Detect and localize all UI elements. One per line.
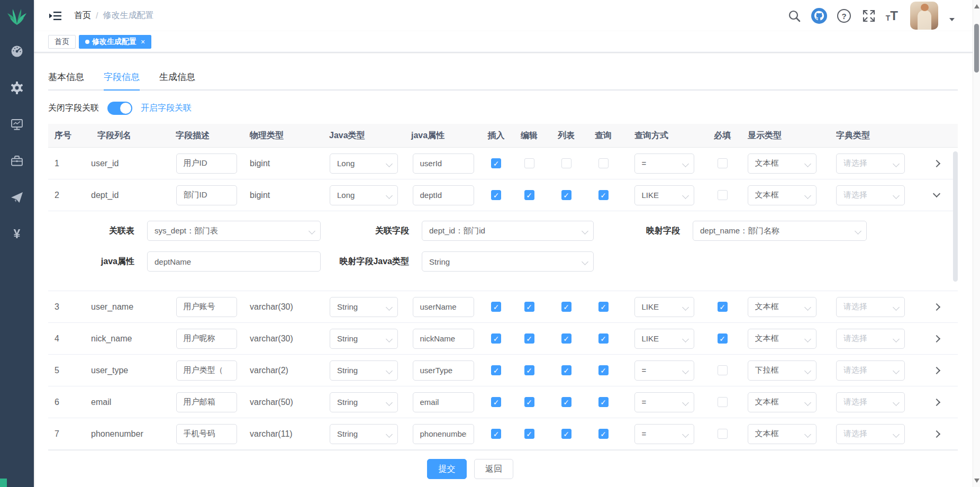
- java-field-input[interactable]: [413, 297, 474, 317]
- query-checkbox[interactable]: [598, 158, 609, 168]
- query-type-select[interactable]: =: [634, 392, 694, 412]
- dict-type-select[interactable]: 请选择: [836, 185, 905, 205]
- java-type-select[interactable]: String: [330, 297, 398, 317]
- page-scrollbar-thumb[interactable]: [974, 24, 979, 73]
- insert-checkbox[interactable]: [491, 365, 501, 375]
- query-type-select[interactable]: =: [634, 154, 694, 174]
- expand-row-icon[interactable]: [933, 366, 940, 374]
- edit-checkbox[interactable]: [524, 365, 534, 375]
- java-type-select[interactable]: Long: [330, 185, 398, 205]
- dict-type-select[interactable]: 请选择: [836, 360, 905, 381]
- sidebar-item-system[interactable]: [10, 81, 24, 95]
- java-type-select[interactable]: Long: [330, 154, 398, 174]
- scroll-down-arrow-icon[interactable]: [974, 479, 979, 483]
- column-desc-input[interactable]: [176, 392, 237, 412]
- query-checkbox[interactable]: [598, 397, 609, 407]
- breadcrumb-home[interactable]: 首页: [74, 10, 91, 21]
- html-type-select[interactable]: 文本框: [748, 329, 816, 349]
- sidebar-item-dashboard[interactable]: [10, 44, 24, 58]
- table-scrollbar-thumb[interactable]: [953, 151, 958, 282]
- user-avatar[interactable]: [910, 2, 938, 30]
- field-relation-toggle[interactable]: [107, 102, 132, 115]
- column-desc-input[interactable]: [176, 297, 237, 317]
- dict-type-select[interactable]: 请选择: [836, 424, 905, 444]
- column-desc-input[interactable]: [176, 154, 237, 174]
- java-type-select[interactable]: String: [330, 392, 398, 412]
- sidebar-item-tool[interactable]: [10, 154, 24, 168]
- required-checkbox[interactable]: [718, 190, 728, 200]
- html-type-select[interactable]: 文本框: [748, 154, 816, 174]
- sidebar-item-monitor[interactable]: [10, 118, 24, 131]
- edit-checkbox[interactable]: [524, 158, 534, 168]
- list-checkbox[interactable]: [561, 429, 571, 439]
- java-type-select[interactable]: String: [330, 424, 398, 444]
- tab-field-info[interactable]: 字段信息: [104, 72, 140, 89]
- app-logo[interactable]: [0, 0, 34, 34]
- expand-row-icon[interactable]: [933, 190, 940, 197]
- mapping-java-type-select[interactable]: String: [422, 251, 594, 272]
- expand-row-icon[interactable]: [933, 335, 940, 342]
- html-type-select[interactable]: 文本框: [748, 185, 816, 205]
- tab-gen-info[interactable]: 生成信息: [159, 72, 195, 89]
- insert-checkbox[interactable]: [491, 190, 501, 200]
- java-type-select[interactable]: String: [330, 329, 398, 349]
- column-desc-input[interactable]: [176, 329, 237, 349]
- tab-basic-info[interactable]: 基本信息: [48, 72, 84, 89]
- query-type-select[interactable]: LIKE: [634, 329, 694, 349]
- required-checkbox[interactable]: [718, 365, 728, 375]
- required-checkbox[interactable]: [718, 302, 728, 312]
- dict-type-select[interactable]: 请选择: [836, 154, 905, 174]
- list-checkbox[interactable]: [561, 365, 571, 375]
- edit-checkbox[interactable]: [524, 333, 534, 344]
- tag-home[interactable]: 首页: [48, 35, 76, 49]
- html-type-select[interactable]: 文本框: [748, 392, 816, 412]
- relation-table-select[interactable]: sys_dept：部门表: [147, 221, 321, 241]
- submit-button[interactable]: 提交: [427, 459, 467, 479]
- relation-field-select[interactable]: dept_id：部门id: [422, 221, 594, 241]
- sidebar-item-guide[interactable]: [10, 191, 24, 204]
- html-type-select[interactable]: 下拉框: [748, 360, 816, 381]
- panel-java-field-input[interactable]: [147, 251, 321, 272]
- java-field-input[interactable]: [413, 360, 474, 381]
- query-type-select[interactable]: LIKE: [634, 297, 694, 317]
- java-field-input[interactable]: [413, 185, 474, 205]
- java-type-select[interactable]: String: [330, 360, 398, 381]
- required-checkbox[interactable]: [718, 158, 728, 168]
- sidebar-collapse-button[interactable]: [49, 10, 62, 22]
- expand-row-icon[interactable]: [933, 398, 940, 405]
- query-type-select[interactable]: =: [634, 360, 694, 381]
- column-desc-input[interactable]: [176, 424, 237, 444]
- insert-checkbox[interactable]: [491, 429, 501, 439]
- dict-type-select[interactable]: 请选择: [836, 297, 905, 317]
- help-doc-button[interactable]: ?: [836, 8, 852, 24]
- java-field-input[interactable]: [413, 329, 474, 349]
- back-button[interactable]: 返回: [474, 459, 513, 479]
- expand-row-icon[interactable]: [933, 430, 940, 437]
- edit-checkbox[interactable]: [524, 429, 534, 439]
- java-field-input[interactable]: [413, 154, 474, 174]
- sidebar-item-pay[interactable]: ¥: [10, 227, 24, 241]
- required-checkbox[interactable]: [718, 429, 728, 439]
- list-checkbox[interactable]: [561, 397, 571, 407]
- dict-type-select[interactable]: 请选择: [836, 392, 905, 412]
- tag-active-gen-config[interactable]: 修改生成配置 ×: [79, 35, 151, 49]
- list-checkbox[interactable]: [561, 158, 571, 168]
- query-type-select[interactable]: =: [634, 424, 694, 444]
- insert-checkbox[interactable]: [491, 397, 501, 407]
- insert-checkbox[interactable]: [491, 333, 501, 344]
- required-checkbox[interactable]: [718, 333, 728, 344]
- fullscreen-button[interactable]: [861, 8, 877, 24]
- header-search-button[interactable]: [786, 8, 802, 24]
- query-type-select[interactable]: LIKE: [634, 185, 694, 205]
- list-checkbox[interactable]: [561, 333, 571, 344]
- column-desc-input[interactable]: [176, 360, 237, 381]
- query-checkbox[interactable]: [598, 365, 609, 375]
- page-scrollbar[interactable]: [973, 0, 980, 487]
- expand-row-icon[interactable]: [933, 159, 940, 167]
- mapping-field-select[interactable]: dept_name：部门名称: [693, 221, 867, 241]
- list-checkbox[interactable]: [561, 190, 571, 200]
- dict-type-select[interactable]: 请选择: [836, 329, 905, 349]
- insert-checkbox[interactable]: [491, 302, 501, 312]
- user-menu-caret-icon[interactable]: [949, 18, 955, 21]
- expand-row-icon[interactable]: [933, 303, 940, 310]
